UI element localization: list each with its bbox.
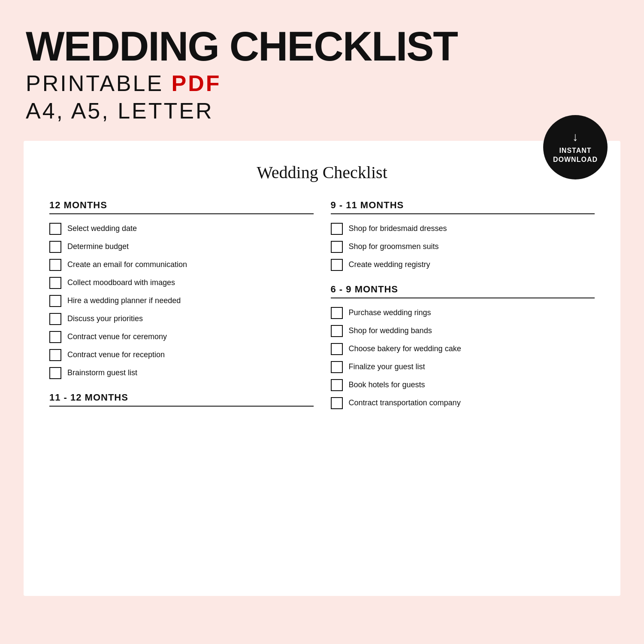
list-item: Determine budget [49, 241, 314, 253]
section-header-9-11-months: 9 - 11 MONTHS [331, 200, 595, 214]
subtitle-line2: A4, A5, LETTER [26, 98, 618, 124]
checkbox[interactable] [331, 325, 343, 337]
checkbox[interactable] [331, 361, 343, 373]
badge-text: INSTANTDOWNLOAD [553, 146, 598, 164]
checklist-12-months: Select wedding date Determine budget Cre… [49, 223, 314, 379]
list-item: Contract venue for reception [49, 349, 314, 361]
left-column: 12 MONTHS Select wedding date Determine … [49, 200, 314, 422]
checkbox[interactable] [49, 295, 61, 307]
header-section: WEDDING CHECKLIST PRINTABLE PDF A4, A5, … [0, 0, 644, 141]
item-label: Determine budget [67, 242, 129, 252]
list-item: Book hotels for guests [331, 379, 595, 391]
item-label: Create wedding registry [349, 260, 430, 270]
checkbox[interactable] [49, 277, 61, 289]
checkbox[interactable] [331, 259, 343, 271]
instant-download-badge[interactable]: ↓ INSTANTDOWNLOAD [543, 115, 608, 179]
list-item: Choose bakery for wedding cake [331, 343, 595, 355]
list-item: Contract transportation company [331, 397, 595, 409]
item-label: Shop for bridesmaid dresses [349, 224, 447, 234]
section-header-6-9-months: 6 - 9 MONTHS [331, 284, 595, 298]
item-label: Discuss your priorities [67, 314, 143, 324]
list-item: Create wedding registry [331, 259, 595, 271]
checkbox[interactable] [49, 259, 61, 271]
list-item: Discuss your priorities [49, 313, 314, 325]
list-item: Hire a wedding planner if needed [49, 295, 314, 307]
item-label: Create an email for communication [67, 260, 187, 270]
list-item: Shop for wedding bands [331, 325, 595, 337]
item-label: Finalize your guest list [349, 362, 425, 372]
item-label: Collect moodboard with images [67, 278, 175, 288]
subtitle-prefix: PRINTABLE [26, 71, 172, 96]
page-title: WEDDING CHECKLIST [26, 26, 618, 67]
checkbox[interactable] [331, 223, 343, 235]
section-header-12-months: 12 MONTHS [49, 200, 314, 214]
document-title: Wedding Checklist [49, 162, 595, 182]
item-label: Shop for wedding bands [349, 326, 432, 336]
list-item: Shop for groomsmen suits [331, 241, 595, 253]
checkbox[interactable] [49, 223, 61, 235]
list-item: Collect moodboard with images [49, 277, 314, 289]
list-item: Brainstorm guest list [49, 367, 314, 379]
checkbox[interactable] [49, 367, 61, 379]
section-header-11-12-months: 11 - 12 MONTHS [49, 392, 314, 407]
subtitle-pdf: PDF [172, 71, 221, 96]
checklist-9-11-months: Shop for bridesmaid dresses Shop for gro… [331, 223, 595, 271]
item-label: Book hotels for guests [349, 380, 425, 390]
item-label: Shop for groomsmen suits [349, 242, 439, 252]
item-label: Contract transportation company [349, 398, 461, 408]
item-label: Contract venue for ceremony [67, 332, 167, 342]
list-item: Shop for bridesmaid dresses [331, 223, 595, 235]
checkbox[interactable] [331, 343, 343, 355]
item-label: Choose bakery for wedding cake [349, 344, 461, 354]
list-item: Contract venue for ceremony [49, 331, 314, 343]
item-label: Purchase wedding rings [349, 308, 431, 318]
checkbox[interactable] [331, 307, 343, 319]
item-label: Hire a wedding planner if needed [67, 296, 181, 306]
checkbox[interactable] [331, 379, 343, 391]
item-label: Brainstorm guest list [67, 368, 137, 378]
checklist-6-9-months: Purchase wedding rings Shop for wedding … [331, 307, 595, 409]
document-wrapper: ↓ INSTANTDOWNLOAD Wedding Checklist 12 M… [24, 141, 620, 596]
item-label: Select wedding date [67, 224, 137, 234]
checkbox[interactable] [49, 331, 61, 343]
right-column: 9 - 11 MONTHS Shop for bridesmaid dresse… [331, 200, 595, 422]
list-item: Finalize your guest list [331, 361, 595, 373]
list-item: Select wedding date [49, 223, 314, 235]
checkbox[interactable] [331, 241, 343, 253]
checkbox[interactable] [49, 313, 61, 325]
item-label: Contract venue for reception [67, 350, 165, 360]
download-icon: ↓ [572, 130, 578, 144]
checklist-columns: 12 MONTHS Select wedding date Determine … [49, 200, 595, 422]
checkbox[interactable] [331, 397, 343, 409]
list-item: Create an email for communication [49, 259, 314, 271]
checkbox[interactable] [49, 241, 61, 253]
checkbox[interactable] [49, 349, 61, 361]
list-item: Purchase wedding rings [331, 307, 595, 319]
subtitle-line1: PRINTABLE PDF [26, 70, 618, 96]
